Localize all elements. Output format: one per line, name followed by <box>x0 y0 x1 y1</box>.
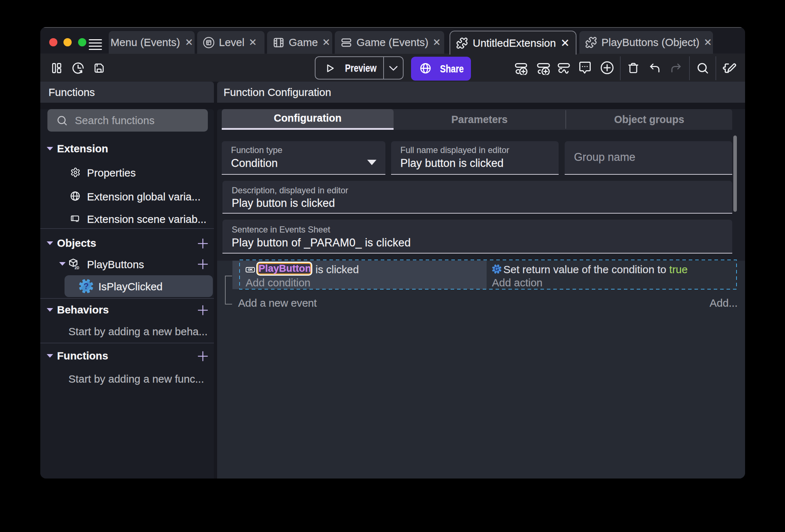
svg-text:2D: 2D <box>75 266 79 270</box>
svg-text:?: ? <box>83 281 89 291</box>
svg-text:G: G <box>494 266 499 272</box>
